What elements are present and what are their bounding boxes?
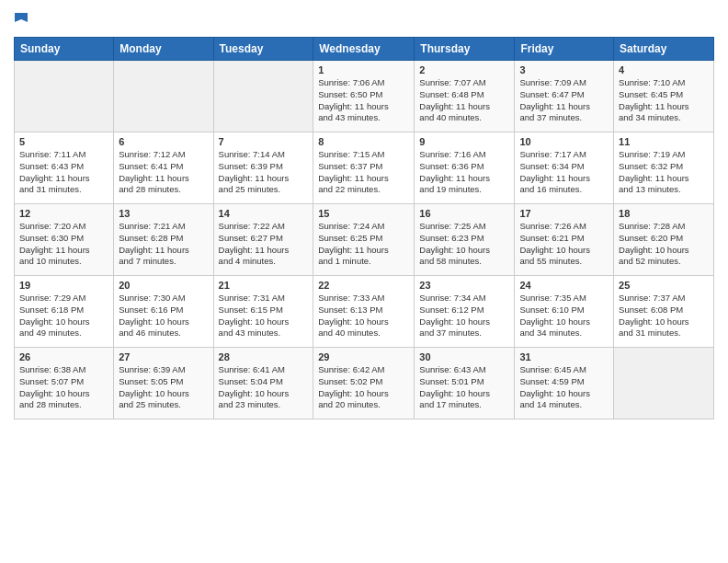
day-info: Sunrise: 6:42 AM Sunset: 5:02 PM Dayligh… [318, 364, 409, 411]
day-info: Sunrise: 7:21 AM Sunset: 6:28 PM Dayligh… [119, 221, 208, 268]
day-number: 22 [318, 280, 409, 291]
calendar-cell: 8Sunrise: 7:15 AM Sunset: 6:37 PM Daylig… [313, 132, 415, 204]
calendar-day-header: Thursday [415, 38, 515, 61]
calendar-cell: 16Sunrise: 7:25 AM Sunset: 6:23 PM Dayli… [415, 204, 515, 276]
calendar-cell [15, 61, 114, 132]
calendar-cell [614, 348, 714, 419]
calendar-cell: 30Sunrise: 6:43 AM Sunset: 5:01 PM Dayli… [415, 348, 515, 419]
day-info: Sunrise: 7:07 AM Sunset: 6:48 PM Dayligh… [419, 77, 509, 124]
day-number: 23 [419, 280, 509, 291]
day-number: 9 [419, 136, 509, 147]
day-info: Sunrise: 6:41 AM Sunset: 5:04 PM Dayligh… [219, 364, 309, 411]
calendar-cell: 24Sunrise: 7:35 AM Sunset: 6:10 PM Dayli… [515, 276, 614, 348]
calendar-cell: 9Sunrise: 7:16 AM Sunset: 6:36 PM Daylig… [415, 132, 515, 204]
calendar-cell: 26Sunrise: 6:38 AM Sunset: 5:07 PM Dayli… [15, 348, 114, 419]
calendar-cell: 23Sunrise: 7:34 AM Sunset: 6:12 PM Dayli… [415, 276, 515, 348]
day-number: 5 [19, 136, 108, 147]
day-number: 25 [619, 280, 709, 291]
day-number: 10 [519, 136, 609, 147]
day-info: Sunrise: 7:10 AM Sunset: 6:45 PM Dayligh… [619, 77, 709, 124]
day-number: 6 [119, 136, 208, 147]
day-info: Sunrise: 7:30 AM Sunset: 6:16 PM Dayligh… [119, 293, 208, 339]
day-info: Sunrise: 7:28 AM Sunset: 6:20 PM Dayligh… [619, 221, 709, 268]
calendar-header-row: SundayMondayTuesdayWednesdayThursdayFrid… [15, 38, 714, 61]
day-info: Sunrise: 6:38 AM Sunset: 5:07 PM Dayligh… [19, 364, 108, 411]
calendar-cell: 12Sunrise: 7:20 AM Sunset: 6:30 PM Dayli… [15, 204, 114, 276]
day-info: Sunrise: 7:37 AM Sunset: 6:08 PM Dayligh… [619, 293, 709, 339]
calendar-cell: 28Sunrise: 6:41 AM Sunset: 5:04 PM Dayli… [213, 348, 313, 419]
day-number: 27 [119, 351, 208, 362]
day-info: Sunrise: 7:25 AM Sunset: 6:23 PM Dayligh… [419, 221, 509, 268]
calendar-cell: 14Sunrise: 7:22 AM Sunset: 6:27 PM Dayli… [213, 204, 313, 276]
day-info: Sunrise: 7:16 AM Sunset: 6:36 PM Dayligh… [419, 149, 509, 196]
calendar-day-header: Tuesday [213, 38, 313, 61]
calendar-cell: 31Sunrise: 6:45 AM Sunset: 4:59 PM Dayli… [515, 348, 614, 419]
calendar-table: SundayMondayTuesdayWednesdayThursdayFrid… [14, 37, 714, 419]
header [14, 9, 714, 31]
calendar-cell: 17Sunrise: 7:26 AM Sunset: 6:21 PM Dayli… [515, 204, 614, 276]
day-number: 30 [419, 351, 509, 362]
day-info: Sunrise: 7:24 AM Sunset: 6:25 PM Dayligh… [318, 221, 409, 268]
calendar-week-row: 5Sunrise: 7:11 AM Sunset: 6:43 PM Daylig… [15, 132, 714, 204]
day-number: 28 [219, 351, 309, 362]
day-number: 16 [419, 208, 509, 219]
calendar-cell: 22Sunrise: 7:33 AM Sunset: 6:13 PM Dayli… [313, 276, 415, 348]
calendar-cell: 5Sunrise: 7:11 AM Sunset: 6:43 PM Daylig… [15, 132, 114, 204]
day-info: Sunrise: 7:11 AM Sunset: 6:43 PM Dayligh… [19, 149, 108, 196]
calendar-week-row: 19Sunrise: 7:29 AM Sunset: 6:18 PM Dayli… [15, 276, 714, 348]
calendar-cell: 29Sunrise: 6:42 AM Sunset: 5:02 PM Dayli… [313, 348, 415, 419]
calendar-day-header: Wednesday [313, 38, 415, 61]
day-number: 31 [519, 351, 609, 362]
day-info: Sunrise: 7:34 AM Sunset: 6:12 PM Dayligh… [419, 293, 509, 339]
day-number: 24 [519, 280, 609, 291]
day-number: 17 [519, 208, 609, 219]
calendar-day-header: Sunday [15, 38, 114, 61]
calendar-cell: 10Sunrise: 7:17 AM Sunset: 6:34 PM Dayli… [515, 132, 614, 204]
calendar-cell: 2Sunrise: 7:07 AM Sunset: 6:48 PM Daylig… [415, 61, 515, 132]
calendar-cell: 27Sunrise: 6:39 AM Sunset: 5:05 PM Dayli… [114, 348, 213, 419]
calendar-cell: 15Sunrise: 7:24 AM Sunset: 6:25 PM Dayli… [313, 204, 415, 276]
day-number: 4 [619, 64, 709, 75]
day-number: 8 [318, 136, 409, 147]
calendar-cell: 19Sunrise: 7:29 AM Sunset: 6:18 PM Dayli… [15, 276, 114, 348]
day-info: Sunrise: 7:12 AM Sunset: 6:41 PM Dayligh… [119, 149, 208, 196]
day-number: 18 [619, 208, 709, 219]
calendar-day-header: Friday [515, 38, 614, 61]
day-info: Sunrise: 6:45 AM Sunset: 4:59 PM Dayligh… [519, 364, 609, 411]
day-info: Sunrise: 7:35 AM Sunset: 6:10 PM Dayligh… [519, 293, 609, 339]
calendar-week-row: 12Sunrise: 7:20 AM Sunset: 6:30 PM Dayli… [15, 204, 714, 276]
day-number: 3 [519, 64, 609, 75]
calendar-cell: 11Sunrise: 7:19 AM Sunset: 6:32 PM Dayli… [614, 132, 714, 204]
day-number: 20 [119, 280, 208, 291]
logo [14, 13, 30, 31]
day-info: Sunrise: 7:33 AM Sunset: 6:13 PM Dayligh… [318, 293, 409, 339]
day-number: 13 [119, 208, 208, 219]
day-info: Sunrise: 7:26 AM Sunset: 6:21 PM Dayligh… [519, 221, 609, 268]
calendar-day-header: Saturday [614, 38, 714, 61]
calendar-cell: 25Sunrise: 7:37 AM Sunset: 6:08 PM Dayli… [614, 276, 714, 348]
day-number: 1 [318, 64, 409, 75]
day-info: Sunrise: 7:17 AM Sunset: 6:34 PM Dayligh… [519, 149, 609, 196]
day-info: Sunrise: 6:39 AM Sunset: 5:05 PM Dayligh… [119, 364, 208, 411]
calendar-cell: 6Sunrise: 7:12 AM Sunset: 6:41 PM Daylig… [114, 132, 213, 204]
calendar-cell: 20Sunrise: 7:30 AM Sunset: 6:16 PM Dayli… [114, 276, 213, 348]
calendar-week-row: 1Sunrise: 7:06 AM Sunset: 6:50 PM Daylig… [15, 61, 714, 132]
day-info: Sunrise: 6:43 AM Sunset: 5:01 PM Dayligh… [419, 364, 509, 411]
calendar-cell: 3Sunrise: 7:09 AM Sunset: 6:47 PM Daylig… [515, 61, 614, 132]
day-info: Sunrise: 7:06 AM Sunset: 6:50 PM Dayligh… [318, 77, 409, 124]
day-info: Sunrise: 7:20 AM Sunset: 6:30 PM Dayligh… [19, 221, 108, 268]
calendar-day-header: Monday [114, 38, 213, 61]
calendar-cell: 13Sunrise: 7:21 AM Sunset: 6:28 PM Dayli… [114, 204, 213, 276]
day-info: Sunrise: 7:15 AM Sunset: 6:37 PM Dayligh… [318, 149, 409, 196]
day-number: 15 [318, 208, 409, 219]
day-number: 19 [19, 280, 108, 291]
day-info: Sunrise: 7:31 AM Sunset: 6:15 PM Dayligh… [219, 293, 309, 339]
day-number: 26 [19, 351, 108, 362]
page-container: SundayMondayTuesdayWednesdayThursdayFrid… [0, 0, 728, 427]
calendar-cell: 21Sunrise: 7:31 AM Sunset: 6:15 PM Dayli… [213, 276, 313, 348]
day-info: Sunrise: 7:19 AM Sunset: 6:32 PM Dayligh… [619, 149, 709, 196]
calendar-cell: 4Sunrise: 7:10 AM Sunset: 6:45 PM Daylig… [614, 61, 714, 132]
day-number: 29 [318, 351, 409, 362]
day-info: Sunrise: 7:14 AM Sunset: 6:39 PM Dayligh… [219, 149, 309, 196]
calendar-cell: 7Sunrise: 7:14 AM Sunset: 6:39 PM Daylig… [213, 132, 313, 204]
